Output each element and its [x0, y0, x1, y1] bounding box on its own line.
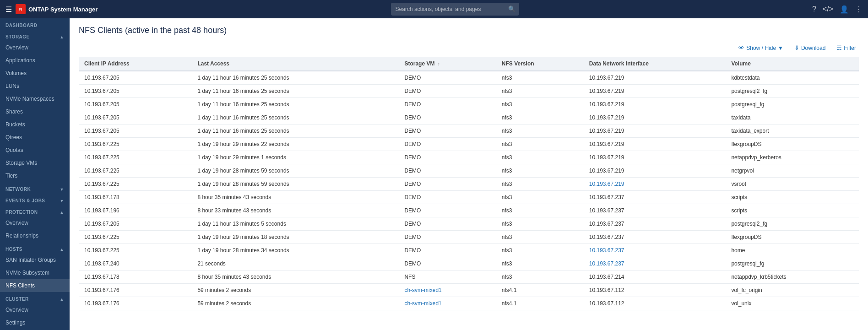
cell-client-ip: 10.193.67.196: [79, 204, 192, 217]
table-row: 10.193.67.1788 hour 35 minutes 43 second…: [79, 191, 859, 204]
filter-button[interactable]: ☴ Filter: [834, 43, 859, 53]
cell-client-ip: 10.193.67.176: [79, 297, 192, 310]
cell-storage-vm: DEMO: [399, 204, 496, 217]
cell-nfs-version: nfs3: [496, 244, 584, 257]
cell-last-access: 1 day 11 hour 16 minutes 25 seconds: [192, 111, 399, 124]
storage-section-header[interactable]: STORAGE ▲: [0, 30, 70, 41]
show-hide-icon: 👁: [738, 44, 744, 51]
sidebar-item-buckets[interactable]: Buckets: [0, 118, 70, 131]
cell-client-ip: 10.193.67.225: [79, 138, 192, 151]
sidebar-item-luns[interactable]: LUNs: [0, 80, 70, 92]
cell-last-access: 1 day 11 hour 16 minutes 25 seconds: [192, 85, 399, 98]
cell-volume: postgresql2_fg: [726, 217, 859, 231]
cell-nfs-version: nfs3: [496, 85, 584, 98]
table-row: 10.193.67.24021 secondsDEMOnfs310.193.67…: [79, 257, 859, 270]
top-nav-right: ? </> 👤 ⋮: [812, 5, 863, 14]
cell-storage-vm[interactable]: ch-svm-mixed1: [399, 297, 496, 310]
sidebar-item-volumes[interactable]: Volumes: [0, 67, 70, 80]
sidebar-item-settings[interactable]: Settings: [0, 316, 70, 329]
cell-last-access: 1 day 11 hour 13 minutes 5 seconds: [192, 217, 399, 231]
show-hide-caret-icon: ▼: [778, 45, 783, 51]
sidebar-item-tiers[interactable]: Tiers: [0, 169, 70, 182]
cell-data-network-interface: 10.193.67.237: [584, 191, 726, 204]
layout: DASHBOARD STORAGE ▲ Overview Application…: [0, 18, 868, 330]
nfs-clients-table: Client IP Address Last Access Storage VM…: [79, 57, 859, 310]
cell-nfs-version: nfs3: [496, 71, 584, 85]
sidebar-item-overview-protection[interactable]: Overview: [0, 216, 70, 229]
hamburger-icon[interactable]: ☰: [5, 5, 12, 14]
cluster-section-header[interactable]: CLUSTER ▲: [0, 292, 70, 303]
sidebar-item-quotas[interactable]: Quotas: [0, 144, 70, 157]
sidebar-item-applications[interactable]: Applications: [0, 54, 70, 67]
show-hide-button[interactable]: 👁 Show / Hide ▼: [736, 43, 786, 53]
table-row: 10.193.67.2251 day 19 hour 29 minutes 1 …: [79, 151, 859, 164]
sidebar-item-nvme-subsystem[interactable]: NVMe Subsystem: [0, 266, 70, 279]
cell-client-ip: 10.193.67.176: [79, 284, 192, 297]
cell-last-access: 1 day 19 hour 28 minutes 59 seconds: [192, 164, 399, 178]
cell-data-network-interface[interactable]: 10.193.67.237: [584, 257, 726, 270]
protection-caret-icon: ▲: [60, 210, 64, 215]
sidebar-item-overview-cluster[interactable]: Overview: [0, 303, 70, 316]
cell-last-access: 8 hour 35 minutes 43 seconds: [192, 191, 399, 204]
cell-storage-vm: DEMO: [399, 191, 496, 204]
col-volume[interactable]: Volume: [726, 57, 859, 71]
events-section-header[interactable]: EVENTS & JOBS ▼: [0, 194, 70, 205]
col-client-ip[interactable]: Client IP Address: [79, 57, 192, 71]
code-icon[interactable]: </>: [823, 5, 833, 13]
col-data-network-interface[interactable]: Data Network Interface: [584, 57, 726, 71]
cell-data-network-interface: 10.193.67.219: [584, 138, 726, 151]
help-icon[interactable]: ?: [812, 5, 816, 13]
table-row: 10.193.67.2251 day 19 hour 28 minutes 34…: [79, 244, 859, 257]
cell-volume: netappdvp_kerberos: [726, 151, 859, 164]
col-last-access[interactable]: Last Access: [192, 57, 399, 71]
cell-client-ip: 10.193.67.225: [79, 151, 192, 164]
cell-client-ip: 10.193.67.225: [79, 231, 192, 244]
sidebar-item-qtrees[interactable]: Qtrees: [0, 131, 70, 144]
hosts-section-header[interactable]: HOSTS ▲: [0, 242, 70, 254]
col-storage-vm[interactable]: Storage VM ↕: [399, 57, 496, 71]
grid-icon[interactable]: ⋮: [855, 5, 863, 14]
sidebar-item-nfs-clients[interactable]: NFS Clients: [0, 279, 70, 292]
logo-icon: N: [16, 4, 26, 14]
network-section-header[interactable]: NETWORK ▼: [0, 182, 70, 194]
sidebar-item-relationships[interactable]: Relationships: [0, 229, 70, 242]
cluster-caret-icon: ▲: [60, 297, 64, 302]
cell-storage-vm[interactable]: ch-svm-mixed1: [399, 284, 496, 297]
table-row: 10.193.67.2251 day 19 hour 28 minutes 59…: [79, 164, 859, 178]
table-row: 10.193.67.2051 day 11 hour 16 minutes 25…: [79, 124, 859, 138]
cell-volume: vol_fc_origin: [726, 284, 859, 297]
cell-data-network-interface[interactable]: 10.193.67.237: [584, 244, 726, 257]
dashboard-header[interactable]: DASHBOARD: [0, 18, 70, 30]
cell-storage-vm: DEMO: [399, 71, 496, 85]
sidebar-item-shares[interactable]: Shares: [0, 105, 70, 118]
sidebar-item-nvme-namespaces[interactable]: NVMe Namespaces: [0, 92, 70, 105]
cell-volume: netgrpvol: [726, 164, 859, 178]
sidebar-item-storage-vms[interactable]: Storage VMs: [0, 157, 70, 169]
cell-data-network-interface[interactable]: 10.193.67.219: [584, 178, 726, 191]
sidebar-item-overview-storage[interactable]: Overview: [0, 41, 70, 54]
cell-nfs-version: nfs4.1: [496, 284, 584, 297]
search-input[interactable]: [391, 3, 519, 16]
cell-nfs-version: nfs3: [496, 270, 584, 284]
table-row: 10.193.67.17659 minutes 2 secondsch-svm-…: [79, 284, 859, 297]
cell-storage-vm: DEMO: [399, 124, 496, 138]
cell-client-ip: 10.193.67.205: [79, 85, 192, 98]
col-nfs-version[interactable]: NFS Version: [496, 57, 584, 71]
sidebar-item-san-initiator-groups[interactable]: SAN Initiator Groups: [0, 254, 70, 266]
main-content: NFS Clients (active in the past 48 hours…: [70, 18, 868, 330]
cell-volume: taxidata: [726, 111, 859, 124]
cell-nfs-version: nfs3: [496, 231, 584, 244]
cell-nfs-version: nfs4.1: [496, 297, 584, 310]
cell-data-network-interface: 10.193.67.112: [584, 297, 726, 310]
cell-last-access: 8 hour 33 minutes 43 seconds: [192, 204, 399, 217]
cell-last-access: 8 hour 35 minutes 43 seconds: [192, 270, 399, 284]
cell-last-access: 1 day 19 hour 29 minutes 1 seconds: [192, 151, 399, 164]
protection-section-header[interactable]: PROTECTION ▲: [0, 205, 70, 216]
user-icon[interactable]: 👤: [840, 5, 849, 14]
cell-client-ip: 10.193.67.178: [79, 191, 192, 204]
table-header: Client IP Address Last Access Storage VM…: [79, 57, 859, 71]
download-button[interactable]: ⇓ Download: [792, 43, 828, 53]
table-row: 10.193.67.1968 hour 33 minutes 43 second…: [79, 204, 859, 217]
app-title: ONTAP System Manager: [28, 6, 98, 13]
cell-last-access: 1 day 19 hour 29 minutes 22 seconds: [192, 138, 399, 151]
